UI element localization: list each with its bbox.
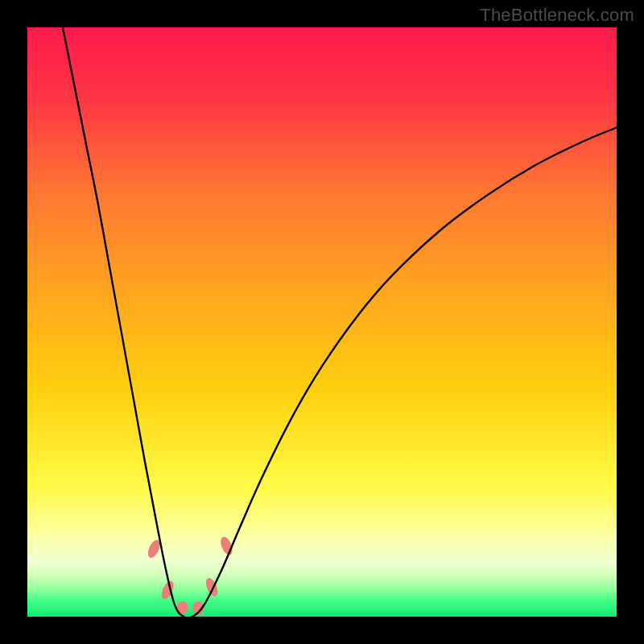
bottleneck-curve <box>63 27 617 618</box>
plot-foreground <box>27 27 617 617</box>
marker-left-low <box>159 580 176 601</box>
watermark-text: TheBottleneck.com <box>480 5 634 26</box>
chart-frame: TheBottleneck.com <box>0 0 644 644</box>
